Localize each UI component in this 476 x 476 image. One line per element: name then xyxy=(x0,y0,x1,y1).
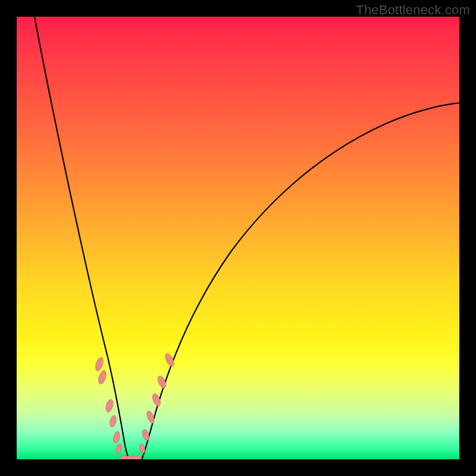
marker xyxy=(141,428,150,441)
marker-group xyxy=(94,352,176,459)
marker xyxy=(94,356,105,372)
curve-group xyxy=(35,17,459,459)
marker xyxy=(97,369,108,385)
bottleneck-curve xyxy=(17,17,459,459)
right-branch xyxy=(142,103,459,459)
chart-frame: TheBottleneck.com xyxy=(0,0,476,476)
plot-area xyxy=(17,17,459,459)
marker xyxy=(109,415,118,428)
watermark-text: TheBottleneck.com xyxy=(356,2,470,18)
marker xyxy=(105,399,115,413)
left-branch xyxy=(35,17,130,459)
marker xyxy=(115,443,123,453)
marker xyxy=(112,431,121,444)
